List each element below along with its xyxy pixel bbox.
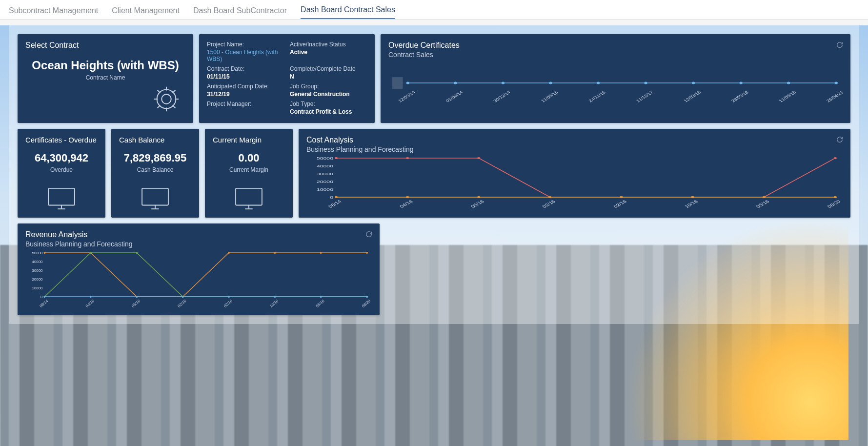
contract-date-value: 01/11/15 [207,73,284,80]
svg-point-92 [274,252,276,254]
svg-text:40000: 40000 [317,164,333,168]
svg-point-65 [406,196,409,198]
svg-point-105 [136,296,138,298]
dashboard-background: Select Contract Ocean Heights (with WBS)… [0,25,868,446]
svg-text:11/12/17: 11/12/17 [635,90,654,103]
svg-text:08/20: 08/20 [361,299,371,308]
kpi-cash-sub: Cash Balance [119,166,191,173]
svg-text:28/03/18: 28/03/18 [730,90,749,103]
svg-point-6 [502,82,505,84]
svg-text:02/16: 02/16 [541,199,557,209]
svg-rect-30 [236,188,262,205]
svg-text:12/03/18: 12/03/18 [683,90,702,103]
revenue-subtitle: Business Planning and Forecasting [25,240,372,248]
svg-point-97 [136,252,138,254]
svg-point-64 [335,196,338,198]
pm-label: Project Manager: [207,101,284,107]
svg-point-108 [274,296,276,298]
project-name-link[interactable]: 1500 - Ocean Heights (with WBS) [207,49,284,62]
svg-point-13 [834,82,838,84]
svg-point-10 [692,82,695,84]
job-group-label: Job Group: [290,83,367,90]
svg-point-66 [477,196,480,198]
dashboard-panel: Select Contract Ocean Heights (with WBS)… [9,25,859,324]
svg-point-94 [366,252,368,254]
svg-text:05/16: 05/16 [470,199,485,209]
svg-point-11 [739,82,743,84]
svg-text:08/14: 08/14 [39,299,49,308]
overdue-cert-subtitle: Contract Sales [388,51,843,59]
svg-point-8 [597,82,600,84]
row-3: Revenue Analysis Business Planning and F… [18,223,850,315]
svg-text:24/11/16: 24/11/16 [587,90,607,103]
svg-text:0: 0 [330,195,333,200]
svg-text:26/04/21: 26/04/21 [825,90,843,103]
svg-rect-24 [48,188,75,205]
job-group-value: General Construction [290,91,367,98]
tab-dash-board-subcontractor[interactable]: Dash Board SubContractor [193,2,287,19]
svg-text:10000: 10000 [317,187,333,192]
contract-name-label: Contract Name [25,74,185,81]
svg-text:40000: 40000 [32,260,43,264]
svg-point-12 [787,82,790,84]
active-status-value: Active [290,49,367,56]
job-type-label: Job Type: [290,101,367,107]
kpi-cash-card[interactable]: Cash Balance 7,829,869.95 Cash Balance [111,129,199,218]
select-contract-card[interactable]: Select Contract Ocean Heights (with WBS)… [18,34,193,123]
select-contract-title: Select Contract [25,41,185,50]
svg-text:01/09/14: 01/09/14 [444,90,464,103]
tab-bar: Subcontract ManagementClient ManagementD… [0,0,868,20]
refresh-icon[interactable] [365,230,373,238]
kpi-margin-title: Current Margin [213,136,285,144]
svg-point-50 [477,157,480,159]
tab-client-management[interactable]: Client Management [112,2,180,19]
svg-text:08/20: 08/20 [826,199,842,209]
gear-icon[interactable] [151,84,182,114]
svg-text:20000: 20000 [317,180,333,184]
cost-analysis-title: Cost Analysis [306,136,843,144]
monitor-icon [234,186,264,211]
revenue-analysis-card: Revenue Analysis Business Planning and F… [18,223,380,315]
contract-date-label: Contract Date: [207,65,284,72]
svg-text:30000: 30000 [32,268,43,273]
active-status-label: Active/Inactive Status [290,41,367,48]
overdue-certificates-card: Overdue Certificates Contract Sales 12/0… [381,34,850,123]
svg-text:05/16: 05/16 [315,299,325,308]
tab-subcontract-management[interactable]: Subcontract Management [9,2,98,19]
anticipated-value: 31/12/19 [207,91,284,98]
refresh-icon[interactable] [836,41,844,49]
kpi-overdue-card[interactable]: Certificates - Overdue 64,300,942 Overdu… [18,129,105,218]
refresh-icon[interactable] [836,136,844,143]
svg-point-87 [43,252,45,254]
svg-text:02/16: 02/16 [223,299,233,308]
monitor-icon [140,186,170,211]
svg-text:10/16: 10/16 [269,299,279,308]
svg-text:10/16: 10/16 [684,199,699,209]
svg-text:20000: 20000 [32,277,43,282]
kpi-margin-card[interactable]: Current Margin 0.00 Current Margin [205,129,293,218]
svg-point-4 [406,82,410,84]
svg-point-107 [228,296,230,298]
anticipated-label: Anticipated Comp Date: [207,83,284,90]
svg-text:11/05/16: 11/05/16 [540,90,559,103]
svg-text:04/16: 04/16 [399,199,414,209]
svg-text:30/12/14: 30/12/14 [492,90,512,103]
svg-point-70 [763,196,766,198]
overdue-cert-chart: 12/03/1401/09/1430/12/1411/05/1624/11/16… [388,63,843,112]
row-2: Certificates - Overdue 64,300,942 Overdu… [18,129,850,218]
kpi-overdue-sub: Overdue [25,166,98,173]
svg-rect-27 [142,188,168,205]
tab-dash-board-contract-sales[interactable]: Dash Board Contract Sales [301,1,395,19]
svg-point-55 [834,157,837,159]
project-info-card: Project Name: 1500 - Ocean Heights (with… [199,34,375,123]
kpi-cash-title: Cash Balance [119,136,191,144]
svg-point-71 [834,196,837,198]
svg-point-104 [90,296,92,298]
svg-point-67 [548,196,551,198]
svg-text:50000: 50000 [32,251,43,255]
svg-point-1 [157,90,176,109]
svg-text:05/16: 05/16 [131,299,141,308]
kpi-overdue-value: 64,300,942 [25,152,98,164]
contract-name: Ocean Heights (with WBS) [25,59,185,72]
svg-point-93 [320,252,322,254]
